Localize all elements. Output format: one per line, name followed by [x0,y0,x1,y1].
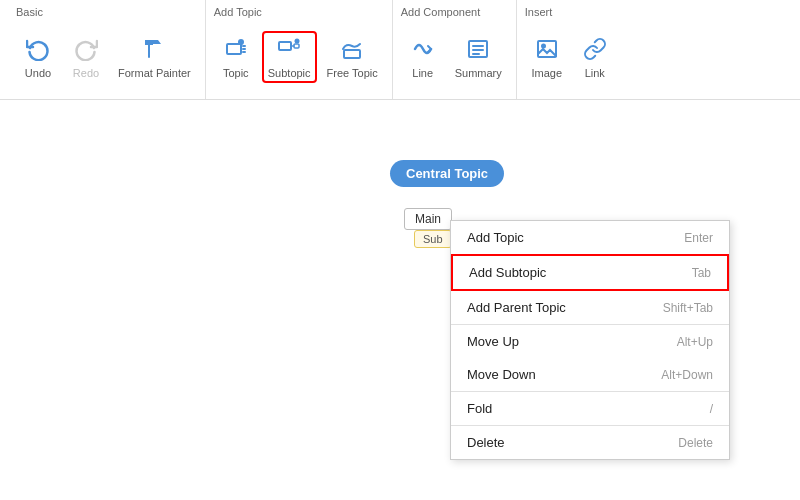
ctx-move-down[interactable]: Move Down Alt+Down [451,358,729,391]
link-label: Link [585,67,605,79]
central-topic-node[interactable]: Central Topic [390,160,504,187]
subtopic-icon: + [275,35,303,63]
free-topic-button[interactable]: Free Topic [321,31,384,83]
free-topic-label: Free Topic [327,67,378,79]
image-icon [533,35,561,63]
group-label-add-topic: Add Topic [214,0,262,20]
context-menu: Add Topic Enter Add Subtopic Tab Add Par… [450,220,730,460]
format-painter-label: Format Painter [118,67,191,79]
ctx-move-up-shortcut: Alt+Up [677,335,713,349]
link-button[interactable]: Link [573,31,617,83]
line-button[interactable]: Line [401,31,445,83]
summary-icon [464,35,492,63]
link-icon [581,35,609,63]
group-items-add-topic: + Topic + Subtopic [214,20,384,99]
group-items-add-component: Line Summary [401,20,508,99]
ctx-fold-shortcut: / [710,402,713,416]
svg-rect-9 [294,44,299,48]
ctx-move-down-shortcut: Alt+Down [661,368,713,382]
redo-icon [72,35,100,63]
group-label-basic: Basic [16,0,43,20]
toolbar: Basic Undo R [0,0,800,100]
ctx-add-subtopic-label: Add Subtopic [469,265,546,280]
topic-label: Topic [223,67,249,79]
main-node[interactable]: Main [404,208,452,230]
redo-button[interactable]: Redo [64,31,108,83]
topic-button[interactable]: + Topic [214,31,258,83]
svg-rect-7 [279,42,291,50]
canvas: Central Topic Main Sub Add Topic Enter A… [0,100,800,500]
ctx-add-subtopic[interactable]: Add Subtopic Tab [451,254,729,291]
format-painter-button[interactable]: Format Painter [112,31,197,83]
ctx-fold-label: Fold [467,401,492,416]
ctx-add-parent-topic-shortcut: Shift+Tab [663,301,713,315]
group-label-insert: Insert [525,0,553,20]
line-icon [409,35,437,63]
redo-label: Redo [73,67,99,79]
summary-button[interactable]: Summary [449,31,508,83]
ctx-move-down-label: Move Down [467,367,536,382]
undo-label: Undo [25,67,51,79]
image-label: Image [531,67,562,79]
ctx-delete[interactable]: Delete Delete [451,426,729,459]
ctx-add-topic-shortcut: Enter [684,231,713,245]
group-items-insert: Image Link [525,20,617,99]
line-label: Line [412,67,433,79]
toolbar-group-add-component: Add Component Line [393,0,517,99]
subtopic-label: Subtopic [268,67,311,79]
toolbar-group-insert: Insert Image [517,0,625,99]
toolbar-group-add-topic: Add Topic + Topic [206,0,393,99]
undo-icon [24,35,52,63]
summary-label: Summary [455,67,502,79]
ctx-delete-shortcut: Delete [678,436,713,450]
group-items-basic: Undo Redo [16,20,197,99]
ctx-add-parent-topic[interactable]: Add Parent Topic Shift+Tab [451,291,729,324]
ctx-add-topic-label: Add Topic [467,230,524,245]
image-button[interactable]: Image [525,31,569,83]
subtopic-button[interactable]: + Subtopic [262,31,317,83]
sub-node[interactable]: Sub [414,230,452,248]
svg-text:+: + [296,39,298,43]
ctx-move-up[interactable]: Move Up Alt+Up [451,325,729,358]
group-label-add-component: Add Component [401,0,481,20]
svg-rect-1 [227,44,241,54]
format-painter-icon [140,35,168,63]
free-topic-icon [338,35,366,63]
topic-icon: + [222,35,250,63]
toolbar-group-basic: Basic Undo R [8,0,206,99]
undo-button[interactable]: Undo [16,31,60,83]
svg-rect-12 [344,50,360,58]
ctx-add-topic[interactable]: Add Topic Enter [451,221,729,254]
ctx-add-parent-topic-label: Add Parent Topic [467,300,566,315]
ctx-delete-label: Delete [467,435,505,450]
ctx-fold[interactable]: Fold / [451,392,729,425]
ctx-add-subtopic-shortcut: Tab [692,266,711,280]
svg-point-18 [542,44,545,47]
ctx-move-up-label: Move Up [467,334,519,349]
